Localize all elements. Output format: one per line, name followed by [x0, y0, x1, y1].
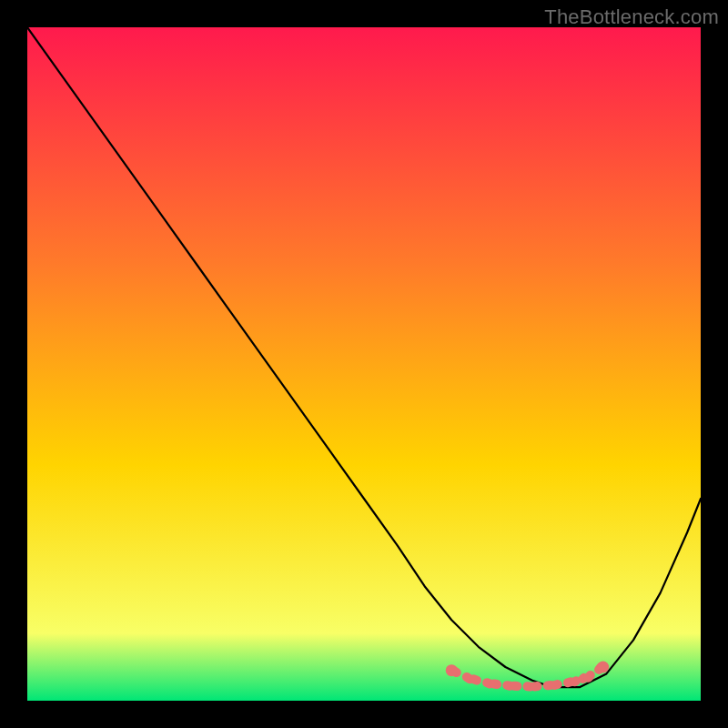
marker-dash [554, 684, 557, 685]
marker-dash [588, 675, 590, 678]
chart-plot [27, 27, 701, 701]
marker-dot [597, 662, 609, 673]
marker-dash [575, 681, 576, 682]
gradient-background [27, 27, 701, 701]
marker-dot [446, 664, 458, 676]
marker-dash [474, 679, 477, 680]
chart-frame: TheBottleneck.com [0, 0, 728, 728]
marker-dash [494, 684, 497, 685]
watermark-text: TheBottleneck.com [544, 5, 719, 29]
